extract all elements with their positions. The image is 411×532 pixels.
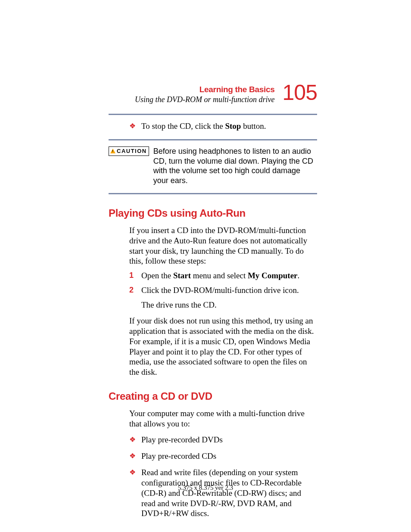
diamond-bullet-icon: ❖ <box>129 467 141 519</box>
step-number: 1 <box>129 271 141 281</box>
diamond-bullet-icon: ❖ <box>129 451 141 461</box>
step-bold: Start <box>173 271 191 280</box>
caution-badge: CAUTION <box>109 146 149 156</box>
paragraph: Your computer may come with a multi-func… <box>129 408 317 429</box>
bullet-item: ❖ Read and write files (depending on you… <box>129 467 317 519</box>
step-text: . <box>298 271 300 280</box>
step-item: 2 Click the DVD-ROM/multi-function drive… <box>129 285 317 296</box>
bullet-text-post: button. <box>241 121 266 131</box>
bullet-item: ❖ Play pre-recorded CDs <box>129 451 317 461</box>
caution-text: Before using headphones to listen to an … <box>153 146 317 185</box>
step-item: 1 Open the Start menu and select My Comp… <box>129 271 317 281</box>
step-number: 2 <box>129 285 141 296</box>
divider <box>109 114 317 115</box>
heading-playing-cds: Playing CDs using Auto-Run <box>109 207 411 219</box>
divider <box>109 139 317 140</box>
bullet-item: ❖ To stop the CD, click the Stop button. <box>129 121 317 131</box>
warning-triangle-icon <box>110 149 115 153</box>
heading-creating-cd: Creating a CD or DVD <box>109 390 411 402</box>
diamond-bullet-icon: ❖ <box>129 121 141 131</box>
step-text: Click the DVD-ROM/multi-function drive i… <box>141 285 317 296</box>
bullet-text: Play pre-recorded DVDs <box>141 435 317 445</box>
divider <box>109 193 317 194</box>
bullet-text-pre: To stop the CD, click the <box>141 121 225 131</box>
step-bold: My Computer <box>248 271 298 280</box>
step-text: Open the <box>141 271 173 280</box>
bullet-text: Read and write files (depending on your … <box>141 467 317 519</box>
step-subtext: The drive runs the CD. <box>141 300 317 310</box>
bullet-text-bold: Stop <box>225 121 241 131</box>
page-header: Learning the Basics Using the DVD-ROM or… <box>0 82 411 104</box>
diamond-bullet-icon: ❖ <box>129 435 141 445</box>
caution-label: CAUTION <box>117 148 147 154</box>
chapter-title: Learning the Basics <box>135 85 274 94</box>
step-text: menu and select <box>191 271 248 280</box>
paragraph: If you insert a CD into the DVD-ROM/mult… <box>129 225 317 266</box>
section-subtitle: Using the DVD-ROM or multi-function driv… <box>135 95 274 104</box>
caution-box: CAUTION Before using headphones to liste… <box>109 146 317 185</box>
page-footer: 5.375 x 8.375 ver 2.3 <box>0 484 411 492</box>
bullet-text: Play pre-recorded CDs <box>141 451 317 461</box>
bullet-item: ❖ Play pre-recorded DVDs <box>129 435 317 445</box>
page-number: 105 <box>283 82 317 103</box>
paragraph: If your disk does not run using this met… <box>129 316 317 377</box>
